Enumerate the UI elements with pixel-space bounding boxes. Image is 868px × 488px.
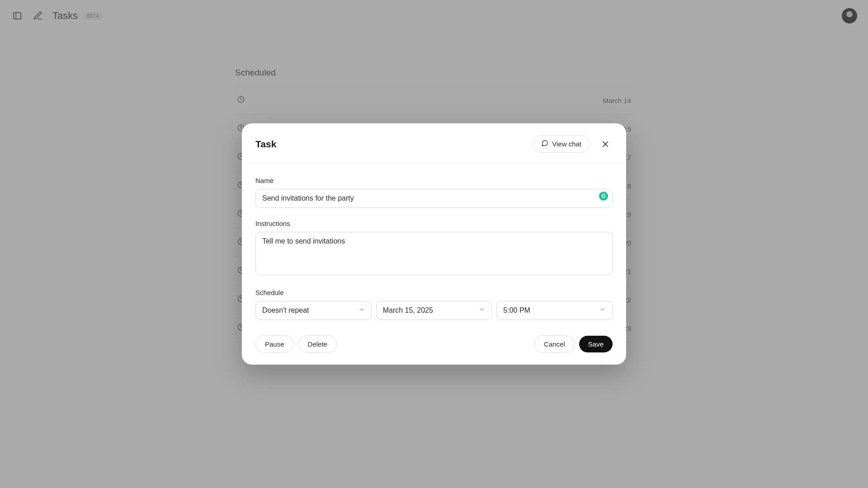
view-chat-button[interactable]: View chat (533, 135, 590, 153)
instructions-input[interactable] (255, 232, 613, 275)
grammarly-icon: G (599, 192, 608, 201)
repeat-select[interactable]: Doesn't repeat (255, 301, 372, 320)
chevron-down-icon (479, 306, 485, 314)
save-button[interactable]: Save (579, 336, 613, 352)
schedule-label: Schedule (255, 289, 613, 296)
task-modal: Task View chat Name G Instructions Sched… (242, 123, 626, 365)
date-value: March 15, 2025 (383, 306, 433, 314)
modal-title: Task (255, 139, 276, 150)
view-chat-label: View chat (552, 140, 581, 148)
name-input[interactable] (255, 189, 613, 208)
close-icon (601, 140, 609, 148)
modal-body: Name G Instructions Schedule Doesn't rep… (242, 163, 626, 365)
pause-button[interactable]: Pause (255, 335, 294, 353)
chevron-down-icon (359, 306, 365, 314)
close-button[interactable] (598, 137, 613, 151)
modal-header: Task View chat (242, 123, 626, 163)
cancel-button[interactable]: Cancel (534, 335, 575, 353)
modal-overlay[interactable]: Task View chat Name G Instructions Sched… (0, 0, 868, 488)
chevron-down-icon (599, 306, 606, 314)
name-input-wrap: G (255, 189, 613, 208)
modal-footer: Pause Delete Cancel Save (255, 335, 613, 353)
instructions-wrap (255, 232, 613, 277)
delete-button[interactable]: Delete (298, 335, 337, 353)
time-select[interactable]: 5:00 PM (496, 301, 613, 320)
chat-icon (541, 140, 548, 148)
name-label: Name (255, 177, 613, 184)
schedule-row: Doesn't repeat March 15, 2025 5:00 PM (255, 301, 613, 320)
repeat-value: Doesn't repeat (262, 306, 309, 314)
date-select[interactable]: March 15, 2025 (376, 301, 492, 320)
instructions-label: Instructions (255, 220, 613, 227)
time-value: 5:00 PM (503, 306, 530, 314)
